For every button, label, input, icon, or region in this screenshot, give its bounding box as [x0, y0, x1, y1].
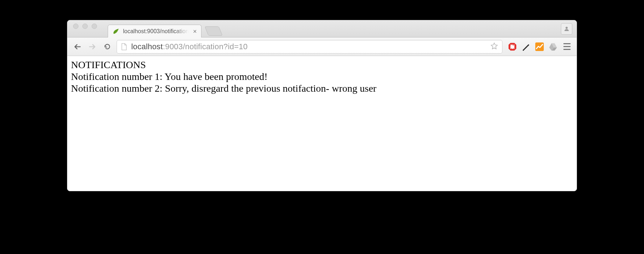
- colorpicker-icon[interactable]: [521, 42, 531, 52]
- reload-icon: [103, 43, 111, 51]
- page-heading: NOTIFICATIONS: [71, 59, 573, 71]
- page-viewport: NOTIFICATIONS Notification number 1: You…: [67, 56, 577, 191]
- adblock-icon[interactable]: [507, 42, 517, 52]
- star-icon: [490, 42, 499, 50]
- browser-window: localhost:9003/notification ×: [67, 20, 577, 191]
- tab-close-button[interactable]: ×: [192, 27, 198, 35]
- svg-point-0: [566, 27, 568, 29]
- new-tab-button[interactable]: [204, 26, 223, 36]
- window-maximize-button[interactable]: [92, 24, 97, 29]
- hamburger-icon: [563, 43, 571, 44]
- menu-button[interactable]: [562, 41, 572, 52]
- extension-icons: [506, 42, 558, 52]
- arrow-right-icon: [88, 42, 97, 51]
- page-icon: [121, 43, 128, 51]
- arrow-left-icon: [73, 42, 82, 51]
- browser-tab[interactable]: localhost:9003/notification ×: [108, 25, 201, 37]
- svg-point-2: [523, 50, 524, 51]
- forward-button[interactable]: [87, 41, 98, 52]
- person-icon: [563, 26, 570, 32]
- back-button[interactable]: [72, 41, 83, 52]
- profile-button[interactable]: [561, 23, 572, 35]
- window-minimize-button[interactable]: [82, 24, 88, 29]
- url-rest: :9003/notification?id=10: [163, 42, 248, 51]
- toolbar: localhost:9003/notification?id=10: [67, 37, 577, 56]
- window-controls: [72, 20, 108, 37]
- notification-line: Notification number 1: You have been pro…: [71, 71, 573, 82]
- url-text: localhost:9003/notification?id=10: [131, 42, 247, 51]
- analytics-icon[interactable]: [535, 42, 545, 52]
- reload-button[interactable]: [102, 41, 113, 52]
- address-bar[interactable]: localhost:9003/notification?id=10: [117, 40, 502, 54]
- tab-strip: localhost:9003/notification ×: [67, 20, 577, 37]
- url-host: localhost: [131, 42, 163, 51]
- bookmark-button[interactable]: [490, 42, 499, 52]
- notification-line: Notification number 2: Sorry, disregard …: [71, 82, 573, 94]
- window-close-button[interactable]: [73, 24, 78, 29]
- tab-title: localhost:9003/notification: [123, 28, 189, 35]
- spring-leaf-icon: [112, 28, 119, 35]
- drive-icon[interactable]: [548, 42, 558, 52]
